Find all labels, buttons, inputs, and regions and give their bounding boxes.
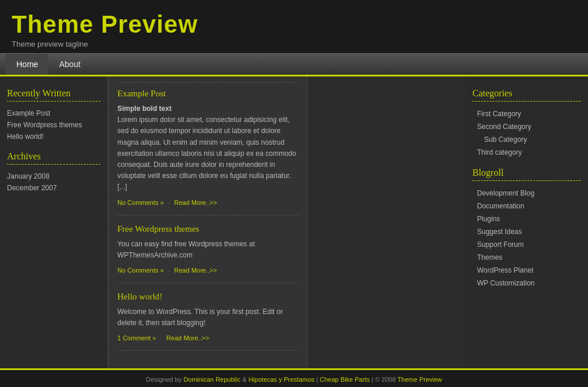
post-2-title[interactable]: Hello world! bbox=[117, 292, 298, 302]
blogroll-6[interactable]: WordPress Planet bbox=[472, 264, 581, 277]
post-2: Hello world! Welcome to WordPress. This … bbox=[117, 292, 298, 351]
footer-link2[interactable]: Hipotecas y Prestamos bbox=[248, 376, 314, 383]
post-1-content: You can easy find free Wordpress themes … bbox=[117, 239, 298, 261]
blogroll-list: Development Blog Documentation Plugins S… bbox=[472, 187, 581, 290]
archives-title: Archives bbox=[7, 151, 100, 165]
post-1-comments[interactable]: No Comments » bbox=[117, 267, 163, 274]
recent-post-0[interactable]: Example Post bbox=[7, 107, 100, 119]
post-2-meta: 1 Comment » - Read More..>> bbox=[117, 334, 298, 341]
main-nav: Home About bbox=[0, 53, 588, 76]
post-2-body: Welcome to WordPress. This is your first… bbox=[117, 308, 283, 327]
blogroll-3[interactable]: Suggest Ideas bbox=[472, 225, 581, 238]
archive-item-1[interactable]: December 2007 bbox=[7, 182, 100, 194]
post-1-body: You can easy find free Wordpress themes … bbox=[117, 240, 255, 259]
post-0-meta: No Comments » - Read More..>> bbox=[117, 199, 298, 206]
blogroll-2[interactable]: Plugins bbox=[472, 212, 581, 225]
categories-title: Categories bbox=[472, 88, 581, 102]
main-content: Example Post Simple bold text Lorem ipsu… bbox=[108, 76, 308, 368]
footer-amp: & bbox=[242, 376, 248, 383]
categories-list: First Category Second Category Sub Categ… bbox=[472, 107, 581, 159]
blogroll-4[interactable]: Support Forum bbox=[472, 238, 581, 251]
blogroll-5[interactable]: Themes bbox=[472, 251, 581, 264]
post-0-comments[interactable]: No Comments » bbox=[117, 199, 163, 206]
archives-list: January 2008 December 2007 bbox=[7, 170, 100, 194]
footer-link4[interactable]: Theme Preview bbox=[398, 376, 442, 383]
blogroll-title: Blogroll bbox=[472, 168, 581, 181]
archive-item-0[interactable]: January 2008 bbox=[7, 170, 100, 182]
site-header: Theme Preview Theme preview tagline bbox=[0, 0, 588, 53]
nav-item-about[interactable]: About bbox=[48, 54, 91, 75]
post-2-read-more[interactable]: Read More..>> bbox=[166, 334, 209, 341]
recent-post-1[interactable]: Free Wordpress themes bbox=[7, 119, 100, 131]
main-wrapper: Recently Written Example Post Free Wordp… bbox=[0, 76, 588, 368]
nav-item-home[interactable]: Home bbox=[6, 54, 48, 75]
post-1-meta: No Comments » - Read More..>> bbox=[117, 267, 298, 274]
recent-post-2[interactable]: Hello world! bbox=[7, 131, 100, 142]
post-1: Free Wordpress themes You can easy find … bbox=[117, 224, 298, 283]
category-2[interactable]: Sub Category bbox=[472, 133, 581, 146]
site-title: Theme Preview bbox=[12, 11, 576, 39]
post-2-content: Welcome to WordPress. This is your first… bbox=[117, 306, 298, 329]
blogroll-0[interactable]: Development Blog bbox=[472, 187, 581, 200]
recently-written-title: Recently Written bbox=[7, 88, 100, 102]
post-1-read-more[interactable]: Read More..>> bbox=[174, 267, 217, 274]
footer-link3[interactable]: Cheap Bike Parts bbox=[320, 376, 370, 383]
site-tagline: Theme preview tagline bbox=[12, 40, 576, 48]
post-0-read-more[interactable]: Read More..>> bbox=[174, 199, 217, 206]
post-1-title[interactable]: Free Wordpress themes bbox=[117, 224, 298, 234]
post-0-title[interactable]: Example Post bbox=[117, 89, 298, 99]
blogroll-7[interactable]: WP Customization bbox=[472, 277, 581, 290]
post-2-comments[interactable]: 1 Comment » bbox=[117, 334, 156, 341]
content-spacer bbox=[308, 76, 465, 368]
post-0: Example Post Simple bold text Lorem ipsu… bbox=[117, 82, 298, 215]
category-0[interactable]: First Category bbox=[472, 107, 581, 120]
footer-designed-by: Designed by bbox=[146, 376, 182, 383]
site-footer: Designed by Dominican Republic & Hipotec… bbox=[0, 368, 588, 387]
post-0-body: Lorem ipsum dolor sit amet, consectetur … bbox=[117, 116, 296, 191]
footer-copyright: © 2008 bbox=[375, 376, 396, 383]
sidebar-left: Recently Written Example Post Free Wordp… bbox=[0, 76, 108, 368]
footer-link1[interactable]: Dominican Republic bbox=[183, 376, 241, 383]
post-0-content: Simple bold text Lorem ipsum dolor sit a… bbox=[117, 103, 298, 193]
recent-posts-list: Example Post Free Wordpress themes Hello… bbox=[7, 107, 100, 142]
blogroll-1[interactable]: Documentation bbox=[472, 200, 581, 212]
post-0-bold: Simple bold text bbox=[117, 104, 172, 113]
category-3[interactable]: Third category bbox=[472, 146, 581, 159]
category-1[interactable]: Second Category bbox=[472, 120, 581, 133]
sidebar-right: Categories First Category Second Categor… bbox=[465, 76, 588, 368]
